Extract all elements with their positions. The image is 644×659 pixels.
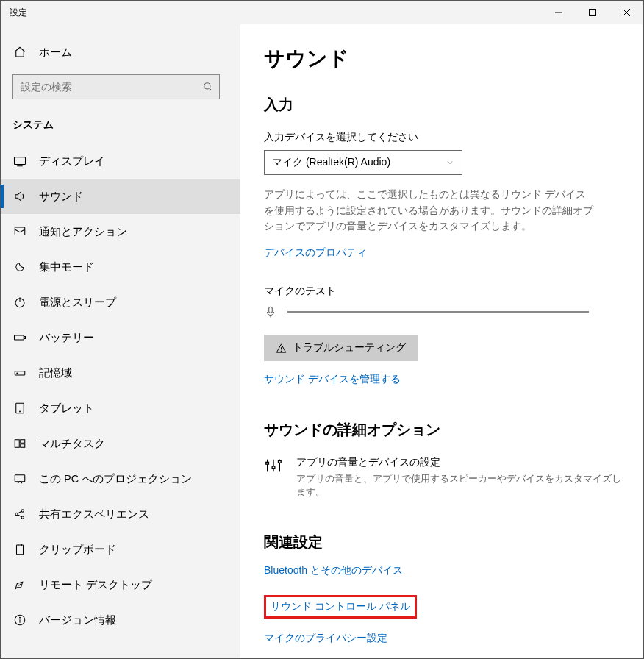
app-volume-sub: アプリの音量と、アプリで使用するスピーカーやデバイスをカスタマイズします。 (296, 472, 621, 499)
minimize-button[interactable] (542, 1, 576, 24)
nav-sound[interactable]: サウンド (1, 179, 240, 214)
nav-label: サウンド (39, 190, 83, 204)
nav-group-label: システム (1, 105, 240, 139)
mic-level-meter (287, 311, 589, 313)
nav-label: クリップボード (39, 543, 116, 557)
troubleshoot-button[interactable]: トラブルシューティング (264, 335, 418, 361)
nav-projection[interactable]: この PC へのプロジェクション (1, 461, 240, 496)
svg-point-4 (204, 83, 210, 89)
search-input[interactable] (13, 75, 219, 99)
nav-battery[interactable]: バッテリー (1, 320, 240, 355)
svg-point-16 (20, 411, 21, 412)
nav-label: マルチタスク (39, 437, 105, 451)
svg-point-31 (20, 617, 21, 618)
nav-multitask[interactable]: マルチタスク (1, 426, 240, 461)
nav-storage[interactable]: 記憶域 (1, 355, 240, 391)
nav-label: この PC へのプロジェクション (39, 472, 192, 486)
svg-rect-18 (21, 440, 25, 444)
nav-label: バージョン情報 (39, 613, 116, 627)
section-input: 入力 (264, 95, 621, 115)
nav-clipboard[interactable]: クリップボード (1, 532, 240, 567)
display-icon (12, 154, 27, 168)
highlight-box: サウンド コントロール パネル (264, 595, 417, 619)
sound-icon (12, 190, 27, 203)
related-mic-privacy-link[interactable]: マイクのプライバシー設定 (264, 632, 387, 645)
multitask-icon (12, 437, 27, 450)
nav-label: 集中モード (39, 260, 94, 274)
remote-icon (12, 578, 27, 591)
nav-tablet[interactable]: タブレット (1, 391, 240, 426)
svg-rect-39 (272, 466, 275, 469)
nav-label: 記憶域 (39, 366, 72, 380)
search-icon (203, 82, 213, 92)
section-related: 関連設定 (264, 532, 621, 552)
focus-icon (12, 260, 27, 274)
mixer-icon (264, 456, 283, 499)
chevron-down-icon (446, 158, 454, 167)
nav-about[interactable]: バージョン情報 (1, 602, 240, 638)
svg-point-35 (281, 350, 282, 351)
home-nav[interactable]: ホーム (1, 36, 240, 68)
related-bluetooth-link[interactable]: Bluetooth とその他のデバイス (264, 564, 403, 577)
svg-rect-12 (24, 337, 26, 339)
nav-label: 通知とアクション (39, 225, 127, 239)
projection-icon (12, 472, 27, 485)
nav-label: 電源とスリープ (39, 296, 116, 310)
svg-point-21 (15, 513, 18, 515)
svg-rect-13 (15, 371, 25, 375)
clipboard-icon (12, 543, 27, 556)
svg-line-24 (18, 511, 21, 513)
nav-label: リモート デスクトップ (39, 578, 152, 592)
nav-label: タブレット (39, 402, 94, 416)
sidebar: ホーム システム ディスプレイ サウンド (1, 24, 240, 658)
related-sound-cp-link[interactable]: サウンド コントロール パネル (271, 600, 410, 613)
device-properties-link[interactable]: デバイスのプロパティ (264, 246, 367, 260)
svg-line-5 (210, 88, 212, 90)
nav-label: 共有エクスペリエンス (39, 507, 149, 521)
input-help-text: アプリによっては、ここで選択したものとは異なるサウンド デバイスを使用するように… (264, 187, 595, 235)
nav-power[interactable]: 電源とスリープ (1, 285, 240, 320)
svg-rect-32 (269, 307, 273, 313)
nav-focus[interactable]: 集中モード (1, 249, 240, 285)
troubleshoot-label: トラブルシューティング (293, 341, 406, 355)
microphone-icon (264, 304, 277, 320)
manage-devices-link[interactable]: サウンド デバイスを管理する (264, 373, 401, 386)
power-icon (12, 296, 27, 309)
tablet-icon (12, 402, 27, 415)
nav-display[interactable]: ディスプレイ (1, 143, 240, 179)
nav-label: バッテリー (39, 331, 94, 345)
nav-label: ディスプレイ (39, 154, 105, 168)
svg-rect-20 (15, 475, 25, 482)
app-volume-title: アプリの音量とデバイスの設定 (296, 456, 621, 469)
section-advanced: サウンドの詳細オプション (264, 420, 621, 440)
warning-icon (276, 343, 287, 354)
notification-icon (12, 225, 27, 238)
search-box[interactable] (12, 74, 220, 99)
svg-point-14 (17, 373, 18, 374)
svg-rect-8 (15, 227, 25, 235)
svg-rect-17 (15, 440, 19, 448)
svg-rect-6 (15, 157, 26, 165)
home-label: ホーム (39, 46, 72, 60)
nav-shared[interactable]: 共有エクスペリエンス (1, 496, 240, 532)
nav-notifications[interactable]: 通知とアクション (1, 214, 240, 249)
input-device-select[interactable]: マイク (Realtek(R) Audio) (264, 150, 462, 175)
nav-list: ディスプレイ サウンド 通知とアクション 集中モード 電源とスリープ (1, 143, 240, 638)
main-content: サウンド 入力 入力デバイスを選択してください マイク (Realtek(R) … (240, 24, 643, 658)
app-volume-item[interactable]: アプリの音量とデバイスの設定 アプリの音量と、アプリで使用するスピーカーやデバイ… (264, 456, 621, 499)
nav-remote[interactable]: リモート デスクトップ (1, 567, 240, 602)
home-icon (12, 46, 27, 59)
svg-point-22 (21, 510, 24, 512)
svg-rect-11 (15, 335, 24, 340)
maximize-button[interactable] (576, 1, 609, 24)
svg-line-25 (18, 515, 21, 517)
svg-rect-41 (279, 461, 282, 463)
info-icon (12, 613, 27, 627)
close-button[interactable] (609, 1, 643, 24)
settings-window: 設定 ホーム (0, 0, 644, 659)
svg-point-23 (21, 516, 24, 519)
page-title: サウンド (264, 45, 621, 73)
input-device-label: 入力デバイスを選択してください (264, 131, 621, 144)
svg-rect-37 (266, 462, 269, 464)
share-icon (12, 507, 27, 521)
